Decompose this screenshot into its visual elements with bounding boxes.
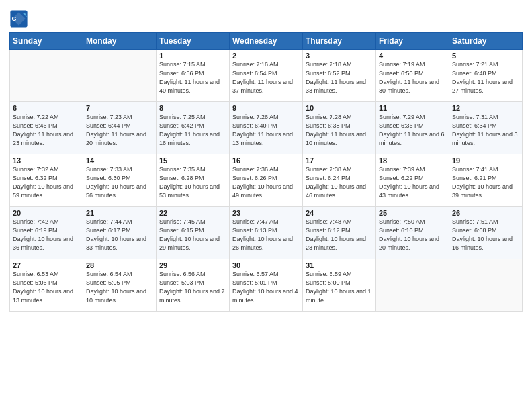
calendar-day-cell: 23Sunrise: 7:47 AM Sunset: 6:13 PM Dayli… [230,207,303,259]
weekday-header: Tuesday [157,33,230,50]
calendar-day-cell: 7Sunrise: 7:23 AM Sunset: 6:44 PM Daylig… [83,102,157,154]
calendar-day-cell: 13Sunrise: 7:32 AM Sunset: 6:32 PM Dayli… [10,154,83,207]
calendar-day-cell [10,50,83,102]
calendar-day-cell: 1Sunrise: 7:15 AM Sunset: 6:56 PM Daylig… [157,50,230,102]
day-detail: Sunrise: 7:51 AM Sunset: 6:08 PM Dayligh… [452,218,519,253]
day-number: 27 [13,261,80,269]
day-number: 11 [379,104,446,112]
day-detail: Sunrise: 6:56 AM Sunset: 5:03 PM Dayligh… [159,270,226,305]
day-number: 1 [159,52,226,60]
calendar-day-cell [376,259,449,312]
day-number: 20 [13,209,80,217]
day-number: 24 [306,209,373,217]
day-detail: Sunrise: 7:32 AM Sunset: 6:32 PM Dayligh… [13,165,80,200]
weekday-header: Saturday [449,33,523,50]
day-detail: Sunrise: 7:35 AM Sunset: 6:28 PM Dayligh… [159,165,226,200]
day-detail: Sunrise: 7:21 AM Sunset: 6:48 PM Dayligh… [452,60,519,95]
header: G [9,7,523,28]
calendar-header-row: SundayMondayTuesdayWednesdayThursdayFrid… [10,33,523,50]
day-number: 10 [306,104,373,112]
day-number: 3 [306,52,373,60]
calendar-day-cell: 6Sunrise: 7:22 AM Sunset: 6:46 PM Daylig… [10,102,83,154]
day-detail: Sunrise: 7:41 AM Sunset: 6:21 PM Dayligh… [452,165,519,200]
day-number: 12 [452,104,519,112]
calendar-day-cell: 3Sunrise: 7:18 AM Sunset: 6:52 PM Daylig… [303,50,376,102]
calendar-day-cell: 17Sunrise: 7:38 AM Sunset: 6:24 PM Dayli… [303,154,376,207]
calendar-day-cell: 11Sunrise: 7:29 AM Sunset: 6:36 PM Dayli… [376,102,449,154]
day-number: 15 [159,156,226,165]
day-detail: Sunrise: 7:42 AM Sunset: 6:19 PM Dayligh… [13,218,80,253]
calendar-day-cell: 26Sunrise: 7:51 AM Sunset: 6:08 PM Dayli… [449,207,523,259]
calendar-day-cell: 15Sunrise: 7:35 AM Sunset: 6:28 PM Dayli… [157,154,230,207]
calendar-day-cell: 16Sunrise: 7:36 AM Sunset: 6:26 PM Dayli… [230,154,303,207]
day-number: 25 [379,209,446,217]
logo: G [9,9,30,28]
calendar-day-cell: 20Sunrise: 7:42 AM Sunset: 6:19 PM Dayli… [10,207,83,259]
calendar-day-cell: 27Sunrise: 6:53 AM Sunset: 5:06 PM Dayli… [10,259,83,312]
calendar-week-row: 6Sunrise: 7:22 AM Sunset: 6:46 PM Daylig… [10,102,523,154]
day-number: 4 [379,52,446,60]
calendar-day-cell: 24Sunrise: 7:48 AM Sunset: 6:12 PM Dayli… [303,207,376,259]
day-detail: Sunrise: 7:38 AM Sunset: 6:24 PM Dayligh… [306,165,373,200]
day-number: 6 [13,104,80,112]
calendar-day-cell [83,50,157,102]
calendar-day-cell: 31Sunrise: 6:59 AM Sunset: 5:00 PM Dayli… [303,259,376,312]
calendar-week-row: 1Sunrise: 7:15 AM Sunset: 6:56 PM Daylig… [10,50,523,102]
day-detail: Sunrise: 7:29 AM Sunset: 6:36 PM Dayligh… [379,113,446,148]
day-detail: Sunrise: 7:26 AM Sunset: 6:40 PM Dayligh… [232,113,300,148]
weekday-header: Wednesday [230,33,303,50]
weekday-header: Thursday [303,33,376,50]
day-number: 21 [86,209,153,217]
day-detail: Sunrise: 7:39 AM Sunset: 6:22 PM Dayligh… [379,165,446,200]
calendar-day-cell: 29Sunrise: 6:56 AM Sunset: 5:03 PM Dayli… [157,259,230,312]
day-number: 22 [159,209,226,217]
page: G SundayMondayTuesdayWednesdayThursdayFr… [0,0,532,411]
calendar-day-cell [449,259,523,312]
day-detail: Sunrise: 7:25 AM Sunset: 6:42 PM Dayligh… [159,113,226,148]
logo-icon: G [9,9,28,28]
day-detail: Sunrise: 6:57 AM Sunset: 5:01 PM Dayligh… [232,270,300,305]
day-detail: Sunrise: 7:28 AM Sunset: 6:38 PM Dayligh… [306,113,373,148]
calendar-day-cell: 18Sunrise: 7:39 AM Sunset: 6:22 PM Dayli… [376,154,449,207]
calendar-day-cell: 30Sunrise: 6:57 AM Sunset: 5:01 PM Dayli… [230,259,303,312]
calendar-week-row: 13Sunrise: 7:32 AM Sunset: 6:32 PM Dayli… [10,154,523,207]
day-detail: Sunrise: 7:36 AM Sunset: 6:26 PM Dayligh… [232,165,300,200]
day-detail: Sunrise: 7:19 AM Sunset: 6:50 PM Dayligh… [379,60,446,95]
calendar-day-cell: 10Sunrise: 7:28 AM Sunset: 6:38 PM Dayli… [303,102,376,154]
calendar-day-cell: 14Sunrise: 7:33 AM Sunset: 6:30 PM Dayli… [83,154,157,207]
day-detail: Sunrise: 6:53 AM Sunset: 5:06 PM Dayligh… [13,270,80,305]
calendar-day-cell: 21Sunrise: 7:44 AM Sunset: 6:17 PM Dayli… [83,207,157,259]
day-number: 16 [232,156,300,165]
weekday-header: Sunday [10,33,83,50]
calendar-week-row: 27Sunrise: 6:53 AM Sunset: 5:06 PM Dayli… [10,259,523,312]
day-number: 5 [452,52,519,60]
day-detail: Sunrise: 7:22 AM Sunset: 6:46 PM Dayligh… [13,113,80,148]
day-number: 9 [232,104,300,112]
calendar-day-cell: 19Sunrise: 7:41 AM Sunset: 6:21 PM Dayli… [449,154,523,207]
day-number: 29 [159,261,226,269]
weekday-header: Monday [83,33,157,50]
day-detail: Sunrise: 7:31 AM Sunset: 6:34 PM Dayligh… [452,113,519,148]
day-number: 2 [232,52,300,60]
calendar-week-row: 20Sunrise: 7:42 AM Sunset: 6:19 PM Dayli… [10,207,523,259]
weekday-header: Friday [376,33,449,50]
day-number: 28 [86,261,153,269]
day-number: 30 [232,261,300,269]
day-number: 31 [306,261,373,269]
day-detail: Sunrise: 7:44 AM Sunset: 6:17 PM Dayligh… [86,218,153,253]
calendar-day-cell: 22Sunrise: 7:45 AM Sunset: 6:15 PM Dayli… [157,207,230,259]
day-detail: Sunrise: 7:23 AM Sunset: 6:44 PM Dayligh… [86,113,153,148]
calendar-day-cell: 25Sunrise: 7:50 AM Sunset: 6:10 PM Dayli… [376,207,449,259]
day-detail: Sunrise: 7:45 AM Sunset: 6:15 PM Dayligh… [159,218,226,253]
day-number: 26 [452,209,519,217]
day-number: 23 [232,209,300,217]
day-detail: Sunrise: 7:33 AM Sunset: 6:30 PM Dayligh… [86,165,153,200]
calendar-day-cell: 9Sunrise: 7:26 AM Sunset: 6:40 PM Daylig… [230,102,303,154]
calendar-day-cell: 28Sunrise: 6:54 AM Sunset: 5:05 PM Dayli… [83,259,157,312]
calendar-day-cell: 4Sunrise: 7:19 AM Sunset: 6:50 PM Daylig… [376,50,449,102]
day-number: 17 [306,156,373,165]
day-number: 8 [159,104,226,112]
day-number: 14 [86,156,153,165]
svg-text:G: G [12,15,17,22]
calendar-day-cell: 8Sunrise: 7:25 AM Sunset: 6:42 PM Daylig… [157,102,230,154]
